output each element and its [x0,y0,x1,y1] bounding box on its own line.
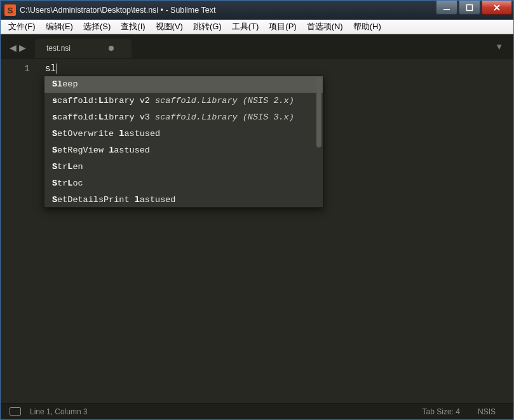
autocomplete-item[interactable]: SetDetailsPrint lastused [44,192,323,207]
autocomplete-item[interactable]: scaffold:Library v2 scaffold.Library (NS… [44,93,323,109]
menu-view[interactable]: 视图(V) [151,20,188,34]
menu-edit[interactable]: 编辑(E) [41,20,78,34]
panel-switcher-icon[interactable] [10,407,21,416]
tab-test-nsi[interactable]: test.nsi [35,39,132,58]
menu-preferences[interactable]: 首选项(N) [302,20,348,34]
svg-rect-1 [467,4,473,10]
window-controls [435,1,512,15]
editor-area[interactable]: 1 sl Sleep scaffold:Library v2 scaffold.… [1,58,513,403]
tab-prev-icon[interactable]: ◀ [10,43,17,53]
tab-bar: ◀ ▶ test.nsi ▼ [1,34,513,58]
autocomplete-list: Sleep scaffold:Library v2 scaffold.Libra… [44,76,323,207]
autocomplete-scrollbar[interactable] [316,78,321,206]
menu-goto[interactable]: 跳转(G) [188,20,227,34]
statusbar: Line 1, Column 3 Tab Size: 4 NSIS [1,403,513,419]
text-caret [57,64,57,74]
autocomplete-item[interactable]: StrLen [44,159,323,175]
scrollbar-thumb[interactable] [316,78,321,147]
autocomplete-item[interactable]: StrLoc [44,175,323,192]
menu-project[interactable]: 项目(P) [264,20,301,34]
tab-label: test.nsi [46,44,71,53]
autocomplete-item[interactable]: scaffold:Library v3 scaffold.Library (NS… [44,109,323,126]
menu-select[interactable]: 选择(S) [78,20,116,34]
window-title: C:\Users\Administrator\Desktop\test.nsi … [20,6,435,15]
status-syntax[interactable]: NSIS [469,407,504,416]
line-gutter: 1 [1,58,37,403]
app-icon: S [4,4,16,16]
code-line-1[interactable]: sl [45,62,513,75]
menu-tools[interactable]: 工具(T) [227,20,264,34]
tab-nav: ◀ ▶ [7,43,35,58]
autocomplete-item[interactable]: SetOverwrite lastused [44,126,323,142]
menu-find[interactable]: 查找(I) [116,20,150,34]
status-tab-size[interactable]: Tab Size: 4 [414,407,469,416]
app-window: S C:\Users\Administrator\Desktop\test.ns… [0,0,514,420]
tab-dropdown-icon[interactable]: ▼ [495,42,507,58]
menu-help[interactable]: 帮助(H) [348,20,386,34]
menubar: 文件(F) 编辑(E) 选择(S) 查找(I) 视图(V) 跳转(G) 工具(T… [1,20,513,34]
autocomplete-item[interactable]: SetRegView lastused [44,142,323,159]
maximize-button[interactable] [459,1,480,15]
minimize-button[interactable] [436,1,457,15]
autocomplete-item[interactable]: Sleep [44,76,323,93]
status-position[interactable]: Line 1, Column 3 [30,407,88,416]
close-button[interactable] [482,1,512,15]
menu-file[interactable]: 文件(F) [3,20,41,34]
line-number: 1 [1,62,30,75]
autocomplete-popup[interactable]: Sleep scaffold:Library v2 scaffold.Libra… [44,76,323,208]
titlebar[interactable]: S C:\Users\Administrator\Desktop\test.ns… [1,1,513,20]
svg-rect-0 [443,9,450,10]
dirty-indicator-icon [109,46,114,51]
tab-next-icon[interactable]: ▶ [19,43,26,53]
